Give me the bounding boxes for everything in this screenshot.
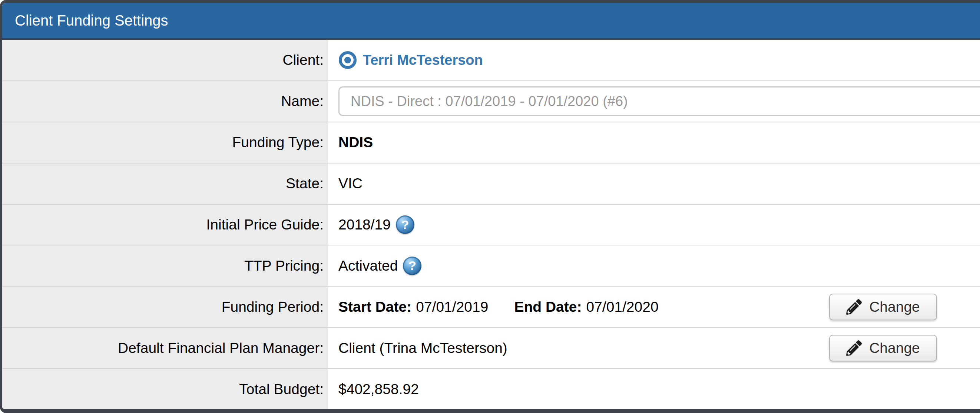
- row-initial-price-guide: Initial Price Guide: 2018/19 ?: [2, 204, 980, 245]
- client-link[interactable]: Terri McTesterson: [339, 51, 483, 69]
- change-plan-manager-button[interactable]: Change: [829, 335, 937, 362]
- start-date-value: 07/01/2019: [416, 299, 488, 315]
- funding-type-label: Funding Type:: [2, 122, 328, 163]
- change-button-label: Change: [869, 340, 920, 356]
- pencil-icon: [846, 340, 862, 356]
- client-funding-settings-panel: Client Funding Settings Client: Terri Mc…: [0, 0, 980, 413]
- row-ttp-pricing: TTP Pricing: Activated ?: [2, 245, 980, 286]
- ttp-pricing-label: TTP Pricing:: [2, 246, 328, 286]
- client-name: Terri McTesterson: [363, 52, 483, 68]
- price-guide-value: 2018/19: [339, 217, 391, 233]
- funding-period-label: Funding Period:: [2, 287, 328, 327]
- row-funding-type: Funding Type: NDIS: [2, 121, 980, 163]
- total-budget-label: Total Budget:: [2, 369, 328, 409]
- panel-header: Client Funding Settings: [2, 3, 980, 40]
- help-icon[interactable]: ?: [396, 215, 414, 234]
- pencil-icon: [846, 299, 862, 315]
- ttp-pricing-value: Activated: [339, 258, 398, 274]
- client-label: Client:: [2, 40, 328, 80]
- row-total-budget: Total Budget: $402,858.92: [2, 368, 980, 409]
- plan-manager-value: Client (Trina McTesterson): [339, 340, 508, 356]
- panel-title: Client Funding Settings: [15, 12, 168, 29]
- end-date-label: End Date:: [514, 299, 582, 315]
- total-budget-value: $402,858.92: [339, 381, 419, 397]
- help-icon[interactable]: ?: [403, 257, 422, 275]
- target-icon: [339, 51, 357, 69]
- panel-body: Client: Terri McTesterson Name: Funding …: [2, 40, 980, 409]
- row-state: State: VIC: [2, 163, 980, 204]
- start-date-label: Start Date:: [339, 299, 411, 315]
- plan-manager-label: Default Financial Plan Manager:: [2, 328, 328, 368]
- row-name: Name:: [2, 80, 980, 121]
- name-label: Name:: [2, 81, 328, 121]
- funding-type-value: NDIS: [339, 134, 373, 150]
- state-label: State:: [2, 164, 328, 204]
- row-funding-period: Funding Period: Start Date: 07/01/2019 E…: [2, 286, 980, 327]
- end-date-value: 07/01/2020: [586, 299, 658, 315]
- price-guide-label: Initial Price Guide:: [2, 205, 328, 245]
- row-plan-manager: Default Financial Plan Manager: Client (…: [2, 327, 980, 368]
- change-funding-period-button[interactable]: Change: [829, 293, 937, 321]
- row-client: Client: Terri McTesterson: [2, 40, 980, 80]
- change-button-label: Change: [869, 299, 920, 315]
- state-value: VIC: [339, 175, 363, 192]
- funding-name-input[interactable]: [339, 86, 980, 116]
